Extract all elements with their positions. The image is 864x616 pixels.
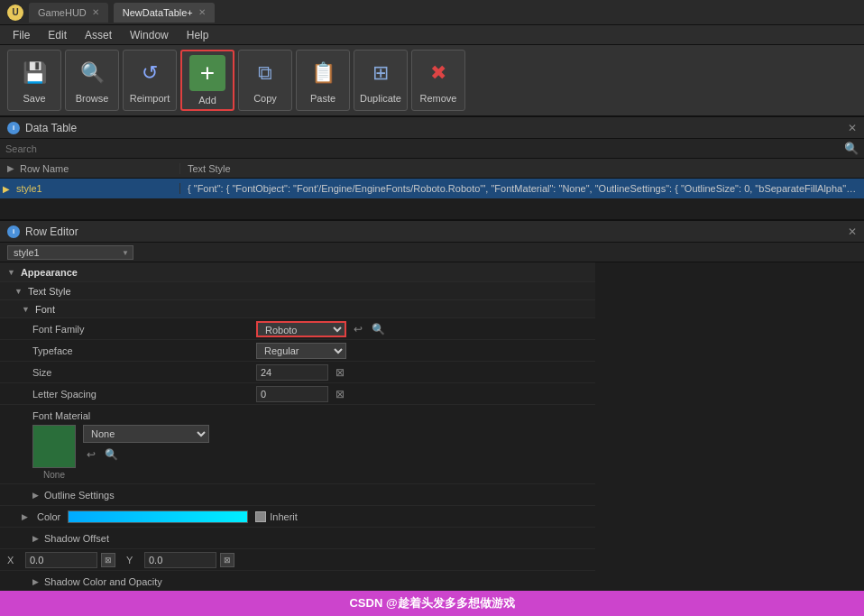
browse-icon: 🔍 (76, 57, 108, 89)
save-button[interactable]: 💾 Save (7, 50, 61, 111)
menu-edit[interactable]: Edit (39, 27, 76, 43)
properties-left: ▼ Appearance ▼ Text Style ▼ Font Font Fa… (0, 262, 595, 616)
row-editor-header: i Row Editor ✕ (0, 221, 864, 243)
remove-label: Remove (420, 93, 457, 104)
appearance-title: Appearance (21, 267, 78, 278)
tab-newdatatable[interactable]: NewDataTable+ ✕ (114, 3, 215, 23)
inherit-checkbox[interactable] (255, 511, 266, 522)
font-material-dropdown[interactable]: None (83, 425, 209, 443)
font-section[interactable]: ▼ Font (0, 300, 595, 318)
appearance-section[interactable]: ▼ Appearance (0, 262, 595, 282)
col-text-style-label: Text Style (188, 163, 231, 174)
font-material-swatch-label: None (43, 470, 65, 480)
letter-spacing-expand-btn[interactable]: ⊠ (332, 386, 348, 402)
size-value: ⊠ (253, 364, 595, 381)
add-button[interactable]: + Add (180, 50, 234, 111)
color-bar[interactable] (68, 510, 248, 523)
menu-file[interactable]: File (4, 27, 39, 43)
tab-newdatatable-label: NewDataTable+ (123, 7, 193, 18)
font-material-buttons: ↩ 🔍 (83, 446, 209, 463)
row-editor-close[interactable]: ✕ (848, 225, 857, 238)
properties-area: ▼ Appearance ▼ Text Style ▼ Font Font Fa… (0, 262, 864, 616)
font-family-row: Font Family Roboto ↩ 🔍 (0, 318, 595, 340)
menu-bar: File Edit Asset Window Help (0, 25, 864, 45)
letter-spacing-label: Letter Spacing (0, 389, 253, 400)
color-arrow: ▶ (7, 512, 28, 521)
x-label: X (7, 555, 22, 565)
table-header-row: ▶ Row Name Text Style (0, 159, 864, 179)
font-arrow: ▼ (22, 305, 30, 314)
text-style-section[interactable]: ▼ Text Style (0, 282, 595, 300)
inherit-label: Inherit (270, 511, 298, 522)
shadow-offset-section[interactable]: ▶ Shadow Offset (0, 528, 595, 549)
font-material-controls: None ↩ 🔍 (83, 425, 209, 463)
reimport-label: Reimport (130, 93, 170, 104)
copy-button[interactable]: ⧉ Copy (238, 50, 292, 111)
copy-label: Copy (253, 93, 277, 104)
menu-window[interactable]: Window (121, 27, 178, 43)
row-name-value: style1 (16, 183, 42, 194)
reimport-button[interactable]: ↺ Reimport (123, 50, 177, 111)
y-input[interactable] (144, 552, 216, 568)
x-input[interactable] (25, 552, 97, 568)
remove-button[interactable]: ✖ Remove (411, 50, 465, 111)
table-row[interactable]: ▶ style1 { "Font": { "FontObject": "Font… (0, 179, 864, 198)
typeface-dropdown[interactable]: Regular (256, 343, 346, 359)
outline-settings-section[interactable]: ▶ Outline Settings (0, 484, 595, 506)
paste-label: Paste (310, 93, 335, 104)
datatable-panel-header: i Data Table ✕ (0, 117, 864, 139)
text-style-arrow: ▼ (14, 287, 23, 296)
text-style-title: Text Style (28, 286, 71, 297)
paste-button[interactable]: 📋 Paste (296, 50, 350, 111)
y-label: Y (126, 555, 141, 565)
typeface-value: Regular (253, 343, 595, 359)
duplicate-button[interactable]: ⊞ Duplicate (354, 50, 408, 111)
tab-newdatatable-close[interactable]: ✕ (198, 7, 206, 17)
search-bar: 🔍 (0, 139, 864, 159)
reimport-icon: ↺ (133, 57, 166, 89)
app-logo: U (7, 5, 23, 21)
tab-gamehud-label: GameHUD (38, 7, 87, 18)
row-select-dropdown[interactable]: style1 (7, 245, 133, 260)
data-table-panel: i Data Table ✕ 🔍 ▶ Row Name Text Style ▶… (0, 117, 864, 221)
row-value-text: { "Font": { "FontObject": "Font'/Engine/… (188, 183, 864, 194)
x-expand-btn[interactable]: ⊠ (101, 553, 115, 567)
font-material-swatch[interactable] (32, 425, 76, 468)
y-expand-btn[interactable]: ⊠ (220, 553, 234, 567)
xy-row: X ⊠ Y ⊠ (0, 549, 595, 571)
font-family-dropdown[interactable]: Roboto (256, 321, 346, 337)
letter-spacing-row: Letter Spacing ⊠ (0, 383, 595, 405)
appearance-arrow: ▼ (7, 268, 15, 277)
shadow-offset-arrow: ▶ (32, 534, 39, 543)
font-family-browse-btn[interactable]: 🔍 (370, 321, 386, 337)
duplicate-icon: ⊞ (364, 57, 397, 89)
col-text-style-header: Text Style (180, 163, 864, 174)
browse-button[interactable]: 🔍 Browse (65, 50, 119, 111)
row-selector: style1 (0, 243, 864, 262)
row-editor-icon: i (7, 225, 20, 238)
row-select-wrapper: style1 (7, 245, 133, 260)
font-material-browse-btn[interactable]: 🔍 (103, 446, 119, 463)
properties-right (595, 262, 864, 616)
font-material-reset-btn[interactable]: ↩ (83, 446, 99, 463)
datatable-panel-close[interactable]: ✕ (848, 122, 857, 134)
font-family-label: Font Family (0, 324, 253, 335)
letter-spacing-input[interactable] (256, 386, 328, 402)
shadow-offset-label: Shadow Offset (44, 533, 109, 544)
tab-gamehud[interactable]: GameHUD ✕ (29, 3, 108, 23)
toolbar: 💾 Save 🔍 Browse ↺ Reimport + Add ⧉ Copy … (0, 45, 864, 117)
menu-asset[interactable]: Asset (76, 27, 121, 43)
shadow-color-section[interactable]: ▶ Shadow Color and Opacity (0, 571, 595, 593)
duplicate-label: Duplicate (360, 93, 401, 104)
menu-help[interactable]: Help (178, 27, 218, 43)
font-material-content: None None ↩ 🔍 (7, 425, 588, 480)
font-family-reset-btn[interactable]: ↩ (350, 321, 366, 337)
tab-gamehud-close[interactable]: ✕ (92, 7, 99, 17)
size-expand-btn[interactable]: ⊠ (332, 364, 348, 381)
watermark-text: CSDN @趁着头发多多想做游戏 (349, 595, 514, 611)
size-label: Size (0, 367, 253, 378)
search-input[interactable] (5, 143, 844, 154)
add-label: Add (198, 95, 216, 106)
size-input[interactable] (256, 364, 328, 381)
row-editor-title: Row Editor (25, 225, 842, 238)
